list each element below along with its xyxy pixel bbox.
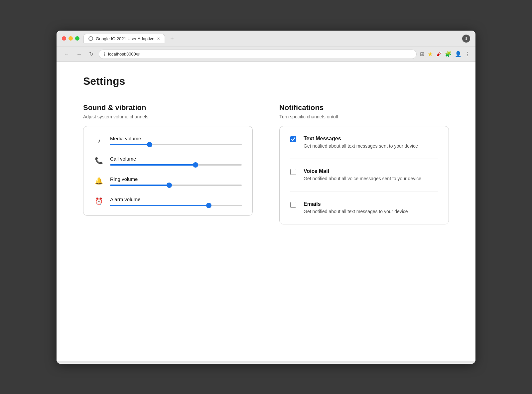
extensions-icon[interactable]: 🧩 bbox=[445, 51, 452, 57]
emails-text: Emails Get notified about all text messa… bbox=[304, 201, 408, 215]
sound-section: Sound & vibration Adjust system volume c… bbox=[83, 103, 253, 225]
text-messages-item: Text Messages Get notified about all tex… bbox=[290, 136, 438, 159]
tab-globe-icon bbox=[88, 36, 93, 41]
menu-icon[interactable]: ⋮ bbox=[465, 51, 470, 57]
browser-bottom-bar bbox=[57, 361, 475, 364]
traffic-lights bbox=[62, 36, 79, 41]
tab-title: Google IO 2021 User Adaptive bbox=[96, 36, 154, 41]
active-tab[interactable]: Google IO 2021 User Adaptive ✕ bbox=[83, 34, 165, 43]
media-slider-fill bbox=[110, 144, 150, 145]
call-volume-controls: Call volume bbox=[110, 156, 242, 166]
address-bar: ← → ↻ ℹ localhost:3000/# ⊞ ★ 🖌 🧩 👤 ⋮ bbox=[57, 47, 475, 62]
alarm-slider-thumb[interactable] bbox=[206, 203, 211, 208]
address-input[interactable]: ℹ localhost:3000/# bbox=[99, 50, 417, 59]
bell-icon: 🔔 bbox=[94, 177, 103, 185]
alarm-slider-fill bbox=[110, 205, 209, 206]
settings-grid: Sound & vibration Adjust system volume c… bbox=[83, 103, 449, 225]
media-volume-controls: Media volume bbox=[110, 136, 242, 145]
text-messages-checkbox[interactable] bbox=[290, 136, 296, 142]
notifications-section-subtitle: Turn specific channels on/off bbox=[279, 114, 449, 119]
notifications-card: Text Messages Get notified about all tex… bbox=[279, 126, 449, 225]
toolbar-icons: ⊞ ★ 🖌 🧩 👤 ⋮ bbox=[420, 51, 470, 58]
bookmark-icon[interactable]: ★ bbox=[428, 51, 433, 58]
page-title: Settings bbox=[83, 75, 449, 87]
emails-checkbox-wrapper bbox=[290, 202, 297, 208]
alarm-volume-label: Alarm volume bbox=[110, 197, 242, 202]
voice-mail-item: Voice Mail Get notified about all voice … bbox=[290, 168, 438, 192]
voice-mail-checkbox[interactable] bbox=[290, 169, 296, 175]
tab-bar: Google IO 2021 User Adaptive ✕ + bbox=[83, 34, 458, 43]
minimize-button[interactable] bbox=[68, 36, 73, 41]
call-volume-item: 📞 Call volume bbox=[94, 156, 242, 166]
ring-slider-thumb[interactable] bbox=[167, 183, 172, 188]
voice-mail-description: Get notified about all voice messages se… bbox=[304, 176, 421, 182]
sound-card: ♪ Media volume 📞 bbox=[83, 126, 253, 216]
refresh-button[interactable]: ↻ bbox=[87, 50, 95, 58]
browser-window: Google IO 2021 User Adaptive ✕ + ⬇ ← → ↻… bbox=[57, 31, 475, 364]
forward-button[interactable]: → bbox=[74, 51, 84, 58]
media-slider-thumb[interactable] bbox=[147, 142, 152, 147]
call-volume-label: Call volume bbox=[110, 156, 242, 162]
text-messages-text: Text Messages Get notified about all tex… bbox=[304, 136, 418, 150]
profile-icon[interactable]: ⬇ bbox=[462, 35, 470, 43]
new-tab-button[interactable]: + bbox=[168, 34, 177, 43]
call-slider-thumb[interactable] bbox=[193, 162, 198, 168]
alarm-icon: ⏰ bbox=[94, 197, 103, 205]
voice-mail-text: Voice Mail Get notified about all voice … bbox=[304, 168, 421, 182]
media-volume-item: ♪ Media volume bbox=[94, 136, 242, 145]
text-messages-title: Text Messages bbox=[304, 136, 418, 142]
back-button[interactable]: ← bbox=[62, 51, 71, 58]
emails-item: Emails Get notified about all text messa… bbox=[290, 201, 438, 215]
alarm-volume-item: ⏰ Alarm volume bbox=[94, 197, 242, 206]
notifications-section-title: Notifications bbox=[279, 103, 449, 112]
extension-icon[interactable]: 🖌 bbox=[436, 51, 442, 57]
notifications-section: Notifications Turn specific channels on/… bbox=[279, 103, 449, 225]
alarm-volume-controls: Alarm volume bbox=[110, 197, 242, 206]
ring-slider-fill bbox=[110, 185, 169, 186]
voice-mail-title: Voice Mail bbox=[304, 168, 421, 174]
ring-volume-label: Ring volume bbox=[110, 176, 242, 182]
call-slider-fill bbox=[110, 164, 196, 166]
tab-close-button[interactable]: ✕ bbox=[157, 37, 160, 41]
url-text: localhost:3000/# bbox=[108, 52, 140, 57]
profile-avatar[interactable]: 👤 bbox=[455, 51, 462, 57]
emails-description: Get notified about all text messages to … bbox=[304, 208, 408, 215]
title-bar: Google IO 2021 User Adaptive ✕ + ⬇ bbox=[57, 31, 475, 47]
sound-section-title: Sound & vibration bbox=[83, 103, 253, 112]
call-slider-track[interactable] bbox=[110, 164, 242, 166]
text-messages-description: Get notified about all text messages sen… bbox=[304, 143, 418, 150]
close-button[interactable] bbox=[62, 36, 66, 41]
media-slider-track[interactable] bbox=[110, 144, 242, 145]
alarm-slider-track[interactable] bbox=[110, 205, 242, 206]
text-messages-checkbox-wrapper bbox=[290, 136, 297, 143]
emails-title: Emails bbox=[304, 201, 408, 207]
phone-icon: 📞 bbox=[94, 157, 103, 165]
maximize-button[interactable] bbox=[75, 36, 79, 41]
media-volume-label: Media volume bbox=[110, 136, 242, 141]
music-icon: ♪ bbox=[94, 137, 103, 144]
ring-slider-track[interactable] bbox=[110, 185, 242, 186]
lock-icon: ℹ bbox=[104, 52, 105, 57]
ring-volume-item: 🔔 Ring volume bbox=[94, 176, 242, 186]
translate-icon[interactable]: ⊞ bbox=[420, 51, 424, 57]
sound-section-subtitle: Adjust system volume channels bbox=[83, 114, 253, 119]
ring-volume-controls: Ring volume bbox=[110, 176, 242, 186]
page-content: Settings Sound & vibration Adjust system… bbox=[57, 62, 475, 361]
voice-mail-checkbox-wrapper bbox=[290, 169, 297, 176]
emails-checkbox[interactable] bbox=[290, 202, 296, 208]
